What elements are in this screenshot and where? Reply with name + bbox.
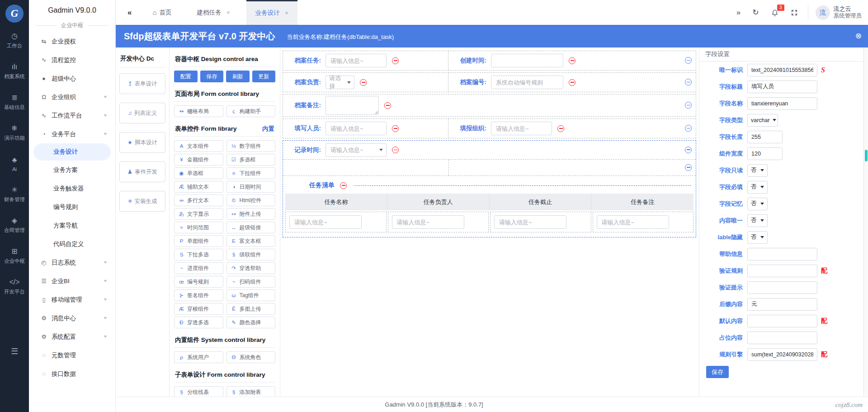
form-control-级联组件[interactable]: §级联组件 — [226, 249, 276, 260]
form-control-Html控件[interactable]: ©Html控件 — [226, 194, 276, 206]
system-control-系统用户[interactable]: ρ系统用户 — [174, 351, 223, 363]
remove-field-icon[interactable] — [557, 125, 564, 132]
rail-item-开发平台[interactable]: </>开发平台 — [4, 275, 25, 298]
canvas-row-selected[interactable]: 记录时间: — [283, 141, 696, 160]
remove-field-icon[interactable] — [384, 102, 391, 109]
remove-row-icon[interactable] — [685, 125, 692, 132]
sidebar-item-元数管理[interactable]: ◌元数管理 — [29, 346, 115, 365]
menu-collapse-icon[interactable]: « — [116, 8, 143, 17]
field-input[interactable] — [491, 76, 563, 89]
subform-control-分组线条[interactable]: §分组线条 — [174, 386, 223, 397]
form-control-富文本框[interactable]: E富文本框 — [226, 235, 276, 247]
settings-input-占位内容[interactable] — [747, 331, 817, 344]
field-input[interactable] — [491, 122, 552, 135]
settings-select-字段只读[interactable]: 否 — [747, 164, 768, 177]
settings-select-lable隐藏[interactable]: 否 — [747, 231, 768, 244]
remove-field-icon[interactable] — [392, 125, 399, 132]
refresh-icon[interactable]: ↻ — [752, 8, 759, 17]
subtable-cell[interactable] — [593, 212, 694, 232]
settings-input-规则引擎[interactable] — [747, 348, 817, 361]
settings-select-字段记忆[interactable]: 否 — [747, 198, 768, 210]
configure-link[interactable]: 配 — [821, 317, 827, 325]
rail-item-工作台[interactable]: ◷工作台 — [4, 29, 25, 52]
configure-link[interactable]: 配 — [821, 350, 827, 359]
rail-item-财务管理[interactable]: ✳财务管理 — [4, 183, 25, 206]
rail-item-档案系统[interactable]: ılı档案系统 — [4, 60, 25, 83]
devcenter-button-事件开发[interactable]: ♟事件开发 — [119, 161, 165, 182]
sidebar-item-流程监控[interactable]: ∿流程监控 — [29, 51, 115, 69]
selected-grid-container[interactable]: 记录时间: 任务清单 任务名称任务负责人任务截止任务备注 — [283, 140, 696, 237]
action-button-保存[interactable]: 保存 — [200, 71, 224, 82]
form-control-辅助文本[interactable]: Ǣ辅助文本 — [174, 181, 223, 193]
remove-row-icon[interactable] — [685, 164, 692, 171]
configure-link[interactable]: 配 — [821, 267, 827, 275]
form-control-扫码组件[interactable]: ~扫码组件 — [226, 276, 276, 288]
canvas-cell-档案备注[interactable]: 档案备注: — [283, 95, 696, 116]
form-control-日期时间[interactable]: ◑日期时间 — [226, 181, 276, 193]
remove-row-icon[interactable] — [685, 147, 692, 153]
sidebar-item-编号规则[interactable]: 编号规则 — [29, 198, 115, 216]
settings-input-组件宽度[interactable] — [747, 147, 783, 160]
builtin-link[interactable]: 内置 — [262, 125, 274, 133]
sidebar-item-日志系统[interactable]: ◴日志系统 — [29, 253, 115, 272]
form-control-签名组件[interactable]: ⊱签名组件 — [174, 289, 223, 301]
form-control-穿透多选[interactable]: Đ穿透多选 — [174, 317, 223, 328]
canvas-cell-填报组织[interactable]: 填报组织: — [448, 119, 696, 138]
subtable-cell-input[interactable] — [392, 215, 464, 229]
sidebar-item-企业授权[interactable]: ⇆企业授权 — [29, 32, 115, 51]
remove-row-icon[interactable] — [685, 57, 692, 64]
tab-close-icon[interactable]: × — [285, 10, 288, 16]
devcenter-button-安装生成[interactable]: ✳安装生成 — [119, 191, 165, 212]
settings-input-验证规则[interactable] — [747, 265, 817, 277]
subtable-cell-input[interactable] — [289, 215, 362, 229]
field-input[interactable] — [326, 54, 387, 67]
fullscreen-icon[interactable] — [791, 9, 798, 16]
notification-bell-icon[interactable]: 3 — [771, 9, 779, 17]
system-control-系统角色[interactable]: Θ系统角色 — [226, 351, 276, 363]
tab-业务设计[interactable]: 业务设计× — [246, 0, 297, 25]
sidebar-item-方案导航[interactable]: 方案导航 — [29, 216, 115, 235]
form-control-文字显示[interactable]: あ文字显示 — [174, 208, 223, 220]
remove-field-icon[interactable] — [392, 147, 399, 153]
form-control-单图组件[interactable]: P单图组件 — [174, 235, 223, 247]
canvas-cell-档案编号[interactable]: 档案编号: — [448, 73, 696, 92]
form-control-穿透帮助[interactable]: ↷穿透帮助 — [226, 262, 276, 274]
settings-input-字段长度[interactable] — [747, 131, 783, 143]
subform-control-添加附表[interactable]: §添加附表 — [226, 386, 276, 397]
sidebar-item-移动端管理[interactable]: ▯移动端管理 — [29, 290, 115, 309]
rail-item-企业中枢[interactable]: ⊞企业中枢 — [4, 244, 25, 268]
settings-input-帮助信息[interactable] — [747, 248, 817, 260]
sidebar-item-业务触发器[interactable]: 业务触发器 — [29, 179, 115, 198]
form-control-下拉组件[interactable]: ≡下拉组件 — [226, 167, 276, 179]
subtable-cell-input[interactable] — [597, 215, 669, 229]
canvas-row[interactable]: 档案任务:创建时间: — [283, 51, 696, 71]
form-control-单选框[interactable]: ◉单选框 — [174, 167, 223, 179]
remove-field-icon[interactable] — [392, 57, 399, 64]
settings-input-字段名称[interactable] — [747, 97, 817, 110]
menu-expand-icon[interactable]: » — [736, 8, 741, 17]
sidebar-item-工作流平台[interactable]: ∿工作流平台 — [29, 106, 115, 125]
sidebar-item-系统配置[interactable]: ⚙系统配置 — [29, 327, 115, 346]
form-control-穿梭组件[interactable]: Æ穿梭组件 — [174, 303, 223, 315]
remove-field-icon[interactable] — [360, 79, 367, 86]
field-textarea[interactable] — [326, 96, 379, 115]
form-control-超级链接[interactable]: ↔超级链接 — [226, 222, 276, 233]
field-select[interactable]: 请选择 — [326, 76, 354, 89]
devcenter-button-列表定义[interactable]: ♫列表定义 — [119, 103, 165, 123]
subtable-cell[interactable] — [388, 212, 489, 232]
settings-select-内容唯一[interactable]: 否 — [747, 214, 768, 227]
form-control-Tag组件[interactable]: ωTag组件 — [226, 289, 276, 301]
field-input[interactable] — [491, 54, 563, 67]
settings-input-字段标题[interactable] — [747, 81, 817, 93]
settings-input-后缀内容[interactable] — [747, 298, 817, 311]
form-control-编号规则[interactable]: œ编号规则 — [174, 276, 223, 288]
canvas-cell-记录时间[interactable]: 记录时间: — [283, 141, 448, 159]
remove-field-icon[interactable] — [569, 57, 576, 64]
form-control-进度组件[interactable]: ~进度组件 — [174, 262, 223, 274]
action-button-配置[interactable]: 配置 — [174, 71, 198, 82]
form-control-多选框[interactable]: ☑多选框 — [226, 154, 276, 166]
canvas-cell-填写人员[interactable]: 填写人员: — [283, 119, 448, 138]
field-combo-input[interactable] — [326, 143, 387, 157]
canvas-cell-档案任务[interactable]: 档案任务: — [283, 51, 448, 70]
rail-collapse-icon[interactable]: ☰ — [11, 346, 18, 356]
